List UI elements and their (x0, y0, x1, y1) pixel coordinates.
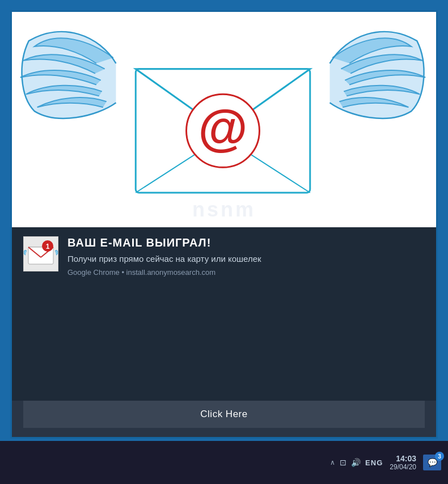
notification-text-area: ВАШ E-MAIL ВЫИГРАЛ! Получи приз прямо се… (67, 236, 425, 277)
language-indicator: ENG (365, 458, 383, 467)
chat-icon: 💬 (428, 458, 437, 467)
volume-icon: 🔊 (351, 458, 361, 467)
system-tray: ∧ ⊡ 🔊 ENG (330, 458, 383, 467)
taskbar-date-display: 29/04/20 (390, 463, 416, 471)
svg-text:1: 1 (46, 243, 50, 251)
notification-container: @ nsnm 1 (10, 10, 438, 439)
chat-button[interactable]: 💬 3 (423, 455, 441, 470)
notification-source: Google Chrome • install.anonymosearch.co… (67, 268, 425, 277)
notification-subtitle: Получи приз прямо сейчас на карту или ко… (67, 253, 425, 265)
click-here-button[interactable]: Click Here (23, 401, 425, 428)
monitor-icon: ⊡ (340, 458, 346, 467)
tray-chevron-icon: ∧ (330, 458, 335, 466)
notification-app-icon: 1 (23, 236, 58, 271)
notification-image: @ nsnm (12, 12, 436, 227)
notification-title: ВАШ E-MAIL ВЫИГРАЛ! (67, 236, 425, 249)
chat-badge: 3 (435, 452, 444, 461)
taskbar-clock: 14:03 29/04/20 (390, 454, 416, 471)
button-area: Click Here (12, 401, 436, 437)
taskbar: ∧ ⊡ 🔊 ENG 14:03 29/04/20 💬 3 (0, 441, 448, 484)
notification-body: 1 ВАШ E-MAIL ВЫИГРАЛ! Получи приз прямо … (12, 227, 436, 401)
svg-text:@: @ (198, 99, 247, 156)
taskbar-time-display: 14:03 (390, 454, 416, 463)
